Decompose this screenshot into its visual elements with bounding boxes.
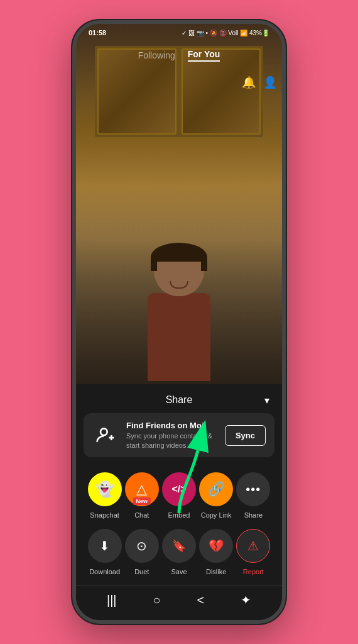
nav-for-you[interactable]: For You	[188, 49, 220, 62]
share-sheet: Share ▾ Find Friends on Moj Sync your ph…	[76, 384, 282, 620]
report-label: Report	[243, 568, 264, 575]
new-badge: New	[133, 497, 151, 505]
person-head	[154, 246, 204, 296]
share-item-dislike[interactable]: 💔 Dislike	[199, 529, 233, 575]
video-area: Following For You 🔔 👤	[76, 24, 282, 384]
nav-home-icon[interactable]: ○	[153, 593, 160, 608]
find-friends-card: Find Friends on Moj Sync your phone cont…	[84, 413, 274, 457]
sheet-title: Share	[166, 394, 193, 406]
more-icon-circle: •••	[236, 472, 270, 506]
save-icon: 🔖	[172, 539, 186, 553]
save-label: Save	[171, 568, 187, 575]
share-item-embed[interactable]: </> Embed	[162, 472, 196, 519]
download-icon: ⬇	[99, 538, 110, 553]
user-plus-icon	[95, 425, 116, 445]
add-friend-icon	[92, 422, 119, 448]
share-item-save[interactable]: 🔖 Save	[162, 529, 196, 575]
duet-label: Duet	[134, 568, 149, 575]
report-icon: ⚠	[247, 538, 259, 553]
snapchat-icon: 👻	[95, 480, 114, 498]
sheet-header: Share ▾	[76, 384, 282, 413]
snapchat-icon-circle: 👻	[88, 472, 122, 506]
dislike-icon: 💔	[209, 538, 224, 553]
copy-link-icon-circle: 🔗	[199, 472, 233, 506]
nav-bar: ||| ○ < ✦	[76, 586, 282, 614]
person-face	[157, 262, 201, 296]
status-bar: 01:58 ✓ 🖼 📷 • 🔕 📵 Voll 📶 43%🔋	[76, 24, 282, 39]
bell-icon[interactable]: 🔔	[242, 75, 256, 89]
more-icon: •••	[246, 482, 261, 497]
dislike-label: Dislike	[206, 568, 226, 575]
download-icon-circle: ⬇	[88, 529, 122, 563]
save-icon-circle: 🔖	[162, 529, 196, 563]
embed-icon-circle: </>	[162, 472, 196, 506]
status-time: 01:58	[89, 29, 106, 36]
nav-back-icon[interactable]: <	[197, 593, 204, 608]
embed-icon: </>	[171, 484, 186, 495]
person-body	[148, 293, 210, 381]
find-friends-title: Find Friends on Moj	[126, 421, 217, 430]
share-row-2: ⬇ Download ⊙ Duet 🔖 Save 💔 D	[76, 529, 282, 586]
share-item-download[interactable]: ⬇ Download	[88, 529, 122, 575]
duet-icon: ⊙	[136, 538, 147, 553]
copy-link-label: Copy Link	[201, 511, 232, 519]
svg-point-0	[100, 429, 107, 436]
share-item-more[interactable]: ••• Share	[236, 472, 270, 519]
nav-accessibility-icon[interactable]: ✦	[241, 592, 251, 608]
dislike-icon-circle: 💔	[199, 529, 233, 563]
find-friends-text: Find Friends on Moj Sync your phone cont…	[126, 421, 217, 450]
chat-icon: △	[136, 481, 147, 497]
status-icons: ✓ 🖼 📷 • 🔕 📵 Voll 📶 43%🔋	[182, 30, 269, 36]
sync-button[interactable]: Sync	[225, 425, 266, 446]
share-row-1: 👻 Snapchat △ New Chat </> Embed 🔗	[76, 467, 282, 529]
person	[138, 240, 220, 384]
share-item-chat[interactable]: △ New Chat	[125, 472, 159, 519]
share-item-snapchat[interactable]: 👻 Snapchat	[88, 472, 122, 519]
nav-menu-icon[interactable]: |||	[107, 593, 117, 608]
phone-frame: 01:58 ✓ 🖼 📷 • 🔕 📵 Voll 📶 43%🔋	[72, 20, 286, 624]
share-item-duet[interactable]: ⊙ Duet	[125, 529, 159, 575]
embed-label: Embed	[168, 511, 190, 519]
chevron-down-icon[interactable]: ▾	[264, 394, 269, 406]
share-item-copy-link[interactable]: 🔗 Copy Link	[199, 472, 233, 519]
report-icon-circle: ⚠	[236, 529, 270, 563]
status-icons-text: ✓ 🖼 📷 • 🔕 📵 Voll 📶 43%🔋	[182, 30, 269, 36]
nav-following[interactable]: Following	[138, 50, 175, 60]
more-share-label: Share	[244, 511, 263, 519]
duet-icon-circle: ⊙	[125, 529, 159, 563]
copy-link-icon: 🔗	[208, 481, 225, 497]
snapchat-label: Snapchat	[90, 511, 119, 519]
profile-icon[interactable]: 👤	[263, 75, 277, 89]
find-friends-subtitle: Sync your phone contacts & start sharing…	[126, 431, 217, 450]
person-mouth	[170, 281, 188, 289]
chat-label: Chat	[134, 511, 149, 519]
download-label: Download	[89, 568, 120, 575]
share-item-report[interactable]: ⚠ Report	[236, 529, 270, 575]
video-nav: Following For You 🔔 👤	[76, 49, 282, 62]
